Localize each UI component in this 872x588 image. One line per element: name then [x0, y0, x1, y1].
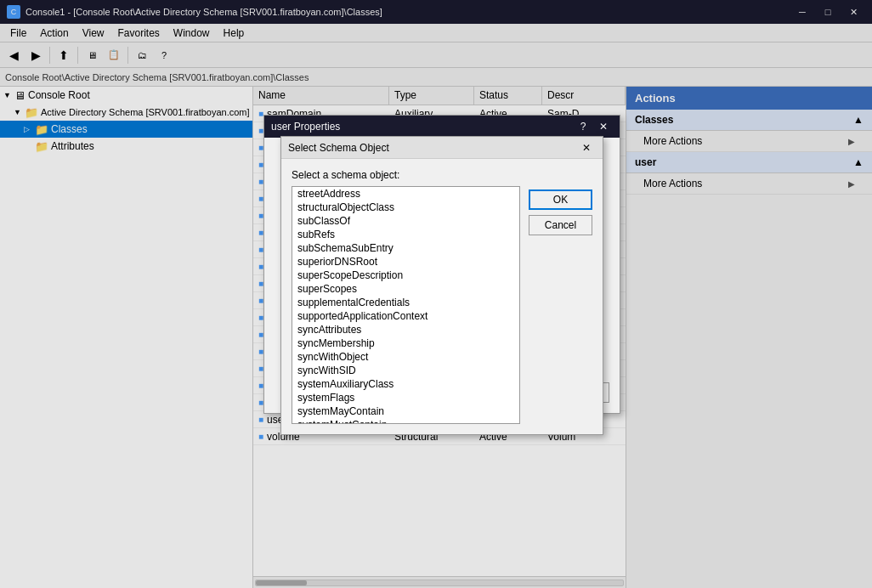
schema-dialog-title: Select Schema Object	[288, 142, 389, 154]
schema-dialog: Select Schema Object ✕ Select a schema o…	[280, 136, 603, 435]
schema-select-label: Select a schema object:	[292, 169, 592, 181]
user-props-titlebar: user Properties ? ✕	[264, 116, 620, 138]
schema-list-item[interactable]: subSchemaSubEntry	[292, 241, 519, 255]
schema-list-item[interactable]: systemAuxiliaryClass	[292, 377, 519, 391]
user-props-title: user Properties	[271, 121, 340, 133]
schema-list-item[interactable]: superScopes	[292, 282, 519, 296]
schema-list-item[interactable]: systemMayContain	[292, 404, 519, 418]
user-props-help-btn[interactable]: ?	[574, 119, 592, 134]
schema-dialog-close-btn[interactable]: ✕	[577, 140, 596, 155]
schema-list-item[interactable]: structuralObjectClass	[292, 201, 519, 214]
schema-dialog-content: Select a schema object: streetAddressstr…	[281, 159, 603, 434]
schema-list-item[interactable]: syncAttributes	[292, 323, 519, 336]
schema-list-item[interactable]: syncMembership	[292, 336, 519, 350]
schema-list-item[interactable]: syncWithSID	[292, 364, 519, 377]
schema-listbox[interactable]: streetAddressstructuralObjectClasssubCla…	[292, 186, 520, 424]
schema-list-item[interactable]: subRefs	[292, 228, 519, 241]
schema-cancel-btn[interactable]: Cancel	[529, 215, 592, 235]
schema-list-item[interactable]: subClassOf	[292, 214, 519, 228]
schema-list-item[interactable]: syncWithObject	[292, 350, 519, 364]
user-props-controls: ? ✕	[574, 119, 613, 134]
schema-list-item[interactable]: streetAddress	[292, 187, 519, 201]
schema-list-item[interactable]: superScopeDescription	[292, 269, 519, 282]
schema-list-items[interactable]: streetAddressstructuralObjectClasssubCla…	[292, 187, 519, 423]
overlay: user Properties ? ✕ OK Cancel Apply Help…	[0, 0, 872, 588]
schema-dialog-controls: ✕	[577, 140, 596, 155]
schema-list-item[interactable]: superiorDNSRoot	[292, 255, 519, 269]
schema-list-item[interactable]: supportedApplicationContext	[292, 309, 519, 323]
schema-list-item[interactable]: supplementalCredentials	[292, 296, 519, 309]
schema-dialog-titlebar: Select Schema Object ✕	[281, 137, 603, 159]
schema-list-item[interactable]: systemFlags	[292, 391, 519, 404]
schema-list-item[interactable]: systemMustContain	[292, 418, 519, 423]
user-props-close-btn[interactable]: ✕	[594, 119, 613, 134]
schema-ok-btn[interactable]: OK	[529, 189, 592, 210]
